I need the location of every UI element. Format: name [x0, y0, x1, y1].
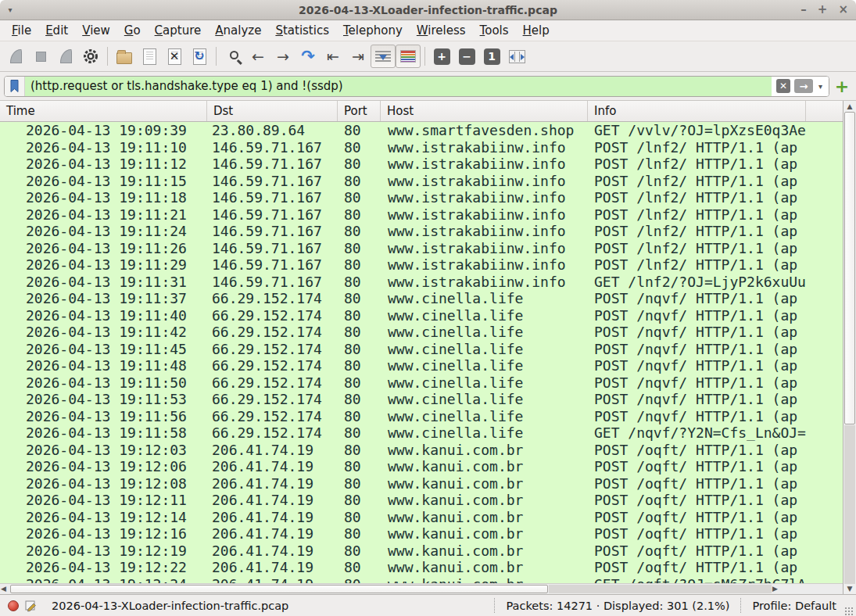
column-header-dst[interactable]: Dst: [207, 101, 338, 121]
packet-row[interactable]: 2026-04-13 19:11:31146.59.71.16780www.is…: [0, 274, 843, 291]
packet-row[interactable]: 2026-04-13 19:11:12146.59.71.16780www.is…: [0, 156, 843, 173]
col-time-cell: 2026-04-13 19:12:14: [0, 509, 207, 525]
packet-row[interactable]: 2026-04-13 19:09:3923.80.89.6480www.smar…: [0, 122, 843, 139]
col-time-cell: 2026-04-13 19:11:40: [0, 307, 207, 324]
packet-row[interactable]: 2026-04-13 19:12:08206.41.74.1980www.kan…: [0, 475, 843, 492]
go-back-button[interactable]: ←: [245, 45, 270, 68]
col-info-cell: POST /oqft/ HTTP/1.1 (ap: [588, 458, 806, 475]
scroll-left-arrow-icon[interactable]: ◀: [1, 585, 6, 593]
filter-dropdown-caret[interactable]: ▾: [817, 82, 824, 91]
packet-row[interactable]: 2026-04-13 19:11:5666.29.152.17480www.ci…: [0, 408, 843, 425]
window-menu-icon[interactable]: ▾: [0, 5, 20, 14]
capture-comment-pencil-icon[interactable]: [25, 600, 38, 612]
status-filename[interactable]: 2026-04-13-XLoader-infection-traffic.pca…: [52, 600, 288, 612]
packet-row[interactable]: 2026-04-13 19:11:10146.59.71.16780www.is…: [0, 139, 843, 156]
packet-row[interactable]: 2026-04-13 19:11:4566.29.152.17480www.ci…: [0, 341, 843, 358]
save-file-button[interactable]: [137, 45, 162, 68]
zoom-out-button[interactable]: −: [454, 45, 479, 68]
packet-row[interactable]: 2026-04-13 19:12:16206.41.74.1980www.kan…: [0, 525, 843, 543]
capture-options-button[interactable]: [78, 45, 103, 68]
menu-item-help[interactable]: Help: [516, 21, 557, 40]
reload-file-button[interactable]: ↻: [187, 45, 212, 68]
go-first-packet-button[interactable]: ⇤: [321, 45, 346, 68]
menu-item-analyze[interactable]: Analyze: [208, 21, 268, 40]
column-header-host[interactable]: Host: [381, 101, 588, 121]
col-host-cell: www.cinella.life: [381, 391, 588, 407]
menu-item-view[interactable]: View: [75, 21, 117, 40]
vertical-scroll-trough[interactable]: [844, 425, 855, 584]
packet-row[interactable]: 2026-04-13 19:11:26146.59.71.16780www.is…: [0, 240, 843, 257]
auto-scroll-toggle[interactable]: [371, 45, 396, 68]
menu-item-telephony[interactable]: Telephony: [336, 21, 410, 40]
packet-row[interactable]: 2026-04-13 19:11:24146.59.71.16780www.is…: [0, 223, 843, 240]
scroll-up-arrow-icon[interactable]: ▲: [843, 102, 856, 110]
col-host-cell: www.istrakabiinw.info: [381, 240, 588, 256]
restart-capture-button[interactable]: [53, 45, 78, 68]
main-toolbar: ✕ ↻ ← → ↷ ⇤ ⇥ + − 1: [0, 41, 856, 72]
menu-item-tools[interactable]: Tools: [473, 21, 516, 40]
packet-row[interactable]: 2026-04-13 19:11:3766.29.152.17480www.ci…: [0, 290, 843, 307]
display-filter-input[interactable]: (http.request or tls.handshake.type eq 1…: [4, 76, 829, 97]
colorize-toggle[interactable]: [396, 45, 421, 68]
minimize-button[interactable]: –: [800, 4, 807, 16]
packet-row[interactable]: 2026-04-13 19:11:18146.59.71.16780www.is…: [0, 189, 843, 206]
column-header-port[interactable]: Port: [338, 101, 381, 121]
filter-add-button[interactable]: +: [833, 77, 851, 96]
col-info-cell: POST /nqvf/ HTTP/1.1 (ap: [588, 307, 806, 324]
menu-item-go[interactable]: Go: [117, 21, 148, 40]
zoom-original-button[interactable]: 1: [479, 45, 504, 68]
filter-clear-button[interactable]: ✕: [776, 79, 790, 93]
packet-row[interactable]: 2026-04-13 19:11:21146.59.71.16780www.is…: [0, 206, 843, 224]
go-forward-button[interactable]: →: [270, 45, 295, 68]
zoom-in-button[interactable]: +: [429, 45, 454, 68]
menu-item-wireless[interactable]: Wireless: [410, 21, 473, 40]
packet-row[interactable]: 2026-04-13 19:11:29146.59.71.16780www.is…: [0, 256, 843, 274]
menu-item-statistics[interactable]: Statistics: [268, 21, 336, 40]
col-port-cell: 80: [338, 139, 381, 156]
vertical-scroll-handle[interactable]: [844, 112, 855, 424]
packet-row[interactable]: 2026-04-13 19:12:14206.41.74.1980www.kan…: [0, 509, 843, 526]
vertical-scrollbar[interactable]: ▲ ▼: [843, 101, 856, 594]
status-profile[interactable]: Profile: Default: [752, 600, 836, 612]
go-last-packet-button[interactable]: ⇥: [346, 45, 371, 68]
filter-bookmark-button[interactable]: [5, 77, 25, 96]
resize-grip-icon[interactable]: [844, 607, 854, 616]
packet-row[interactable]: 2026-04-13 19:12:11206.41.74.1980www.kan…: [0, 492, 843, 509]
maximize-button[interactable]: +: [818, 4, 828, 16]
packet-row[interactable]: 2026-04-13 19:11:5366.29.152.17480www.ci…: [0, 391, 843, 408]
horizontal-scroll-trough[interactable]: [549, 585, 772, 593]
column-header-time[interactable]: Time: [0, 101, 207, 121]
packet-row[interactable]: 2026-04-13 19:11:5866.29.152.17480www.ci…: [0, 424, 843, 442]
auto-scroll-icon: [375, 51, 391, 63]
stop-capture-button[interactable]: [28, 45, 53, 68]
packet-row[interactable]: 2026-04-13 19:12:22206.41.74.1980www.kan…: [0, 559, 843, 576]
start-capture-button[interactable]: [3, 45, 28, 68]
expert-info-icon[interactable]: [8, 600, 19, 611]
packet-row[interactable]: 2026-04-13 19:12:03206.41.74.1980www.kan…: [0, 442, 843, 459]
bookmark-icon: [10, 80, 19, 92]
packet-row[interactable]: 2026-04-13 19:11:5066.29.152.17480www.ci…: [0, 374, 843, 392]
horizontal-scroll-handle[interactable]: [10, 585, 548, 593]
packet-row[interactable]: 2026-04-13 19:12:06206.41.74.1980www.kan…: [0, 458, 843, 475]
open-file-button[interactable]: [112, 45, 137, 68]
packet-row[interactable]: 2026-04-13 19:11:4866.29.152.17480www.ci…: [0, 357, 843, 374]
scroll-down-arrow-icon[interactable]: ▼: [843, 585, 856, 593]
go-to-packet-button[interactable]: ↷: [295, 45, 321, 68]
close-button[interactable]: ×: [838, 4, 848, 16]
column-header-info[interactable]: Info: [588, 101, 806, 121]
menu-item-edit[interactable]: Edit: [38, 21, 75, 40]
filter-expression-text[interactable]: (http.request or tls.handshake.type eq 1…: [25, 77, 772, 96]
filter-apply-button[interactable]: →: [794, 79, 813, 93]
menu-item-file[interactable]: File: [5, 21, 38, 40]
packet-row[interactable]: 2026-04-13 19:11:15146.59.71.16780www.is…: [0, 173, 843, 190]
packet-row[interactable]: 2026-04-13 19:12:19206.41.74.1980www.kan…: [0, 543, 843, 560]
close-file-button[interactable]: ✕: [162, 45, 187, 68]
packet-row[interactable]: 2026-04-13 19:12:24206.41.74.1980www.kan…: [0, 576, 843, 584]
packet-row[interactable]: 2026-04-13 19:11:4066.29.152.17480www.ci…: [0, 307, 843, 324]
resize-columns-button[interactable]: [504, 45, 529, 68]
packet-row[interactable]: 2026-04-13 19:11:4266.29.152.17480www.ci…: [0, 324, 843, 341]
find-packet-button[interactable]: [220, 45, 245, 68]
scroll-right-arrow-icon[interactable]: ▶: [772, 585, 778, 593]
horizontal-scrollbar[interactable]: ◀ ▶: [0, 583, 843, 594]
menu-item-capture[interactable]: Capture: [148, 21, 209, 40]
